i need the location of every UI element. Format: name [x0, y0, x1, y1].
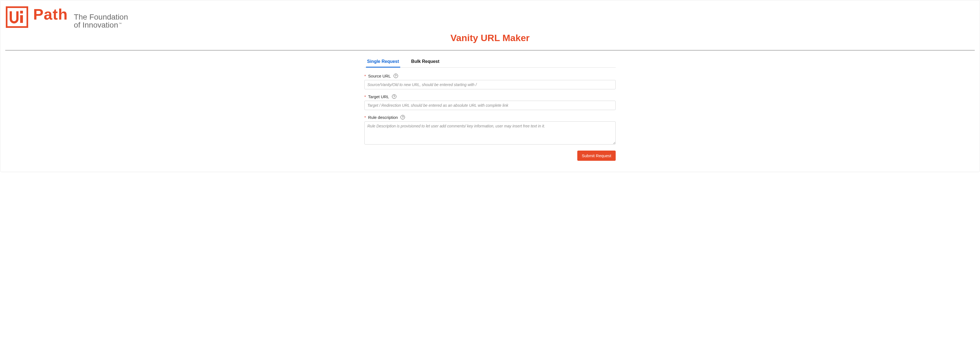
help-icon[interactable]: ?	[394, 74, 398, 78]
header-divider	[5, 50, 975, 51]
required-indicator: *	[364, 74, 366, 78]
logo-mark	[6, 6, 28, 28]
rule-description-input[interactable]	[364, 121, 616, 144]
target-url-label: Target URL	[368, 94, 389, 99]
brand-logo: Path The Foundation of Innovation™	[6, 5, 974, 29]
target-url-input[interactable]	[364, 101, 616, 110]
tab-bulk-request[interactable]: Bulk Request	[410, 57, 441, 68]
page-title: Vanity URL Maker	[6, 33, 974, 43]
field-rule-description: * Rule description ?	[364, 115, 616, 146]
field-source-url: * Source URL ?	[364, 74, 616, 89]
logo-ui-icon	[10, 10, 25, 24]
trademark-symbol: ™	[119, 22, 122, 25]
required-indicator: *	[364, 94, 366, 99]
rule-description-label: Rule description	[368, 115, 398, 120]
source-url-input[interactable]	[364, 80, 616, 89]
tabs: Single Request Bulk Request	[364, 57, 616, 68]
logo-wordmark: Path	[33, 5, 68, 23]
tab-single-request[interactable]: Single Request	[366, 57, 400, 68]
svg-rect-0	[20, 11, 23, 14]
source-url-label: Source URL	[368, 74, 391, 78]
help-icon[interactable]: ?	[392, 94, 396, 99]
help-icon[interactable]: ?	[401, 115, 405, 119]
logo-tagline-line1: The Foundation	[74, 13, 128, 21]
field-target-url: * Target URL ?	[364, 94, 616, 110]
submit-button[interactable]: Submit Request	[577, 150, 616, 161]
logo-tagline: The Foundation of Innovation™	[74, 13, 128, 29]
logo-tagline-line2: of Innovation	[74, 21, 118, 29]
required-indicator: *	[364, 115, 366, 120]
svg-rect-1	[20, 15, 23, 23]
